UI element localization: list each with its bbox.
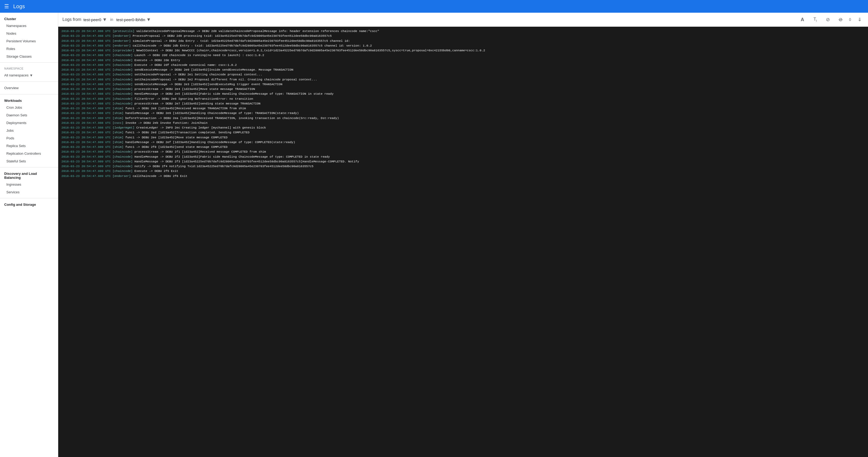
sidebar-overview[interactable]: Overview xyxy=(0,84,58,92)
text-format-icon: A xyxy=(801,17,804,23)
logs-from-label: Logs from xyxy=(62,17,81,22)
log-line: 2018-03-23 20:54:47.989 UTC [endorser] c… xyxy=(61,174,865,178)
container-dropdown-icon: ▼ xyxy=(146,17,151,23)
scroll-top-button[interactable]: ⊘ xyxy=(824,15,832,24)
log-line: 2018-03-23 20:54:47.988 UTC [chaincode] … xyxy=(61,53,865,57)
log-line: 2018-03-23 20:54:47.988 UTC [chaincode] … xyxy=(61,58,865,62)
log-line: 2018-03-23 20:54:47.988 UTC [ledgermgmt]… xyxy=(61,125,865,130)
log-line: 2018-03-23 20:54:47.989 UTC [chaincode] … xyxy=(61,169,865,173)
sidebar-item-daemon-sets[interactable]: Daemon Sets xyxy=(0,111,58,119)
pod-selector[interactable]: test-peer0 ▼ xyxy=(83,17,107,23)
log-line: 2018-03-23 20:54:47.988 UTC [chaincode] … xyxy=(61,77,865,82)
discovery-section-header: Discovery and Load Balancing xyxy=(0,169,58,181)
chevron-down-icon: ▾ xyxy=(30,73,32,78)
sidebar-divider-1 xyxy=(0,62,58,63)
in-label: in xyxy=(110,18,113,22)
pod-dropdown-icon: ▼ xyxy=(102,17,107,23)
log-line: 2018-03-23 20:54:47.989 UTC [chaincode] … xyxy=(61,159,865,164)
sidebar-item-storage-classes[interactable]: Storage Classes xyxy=(0,53,58,60)
log-line: 2018-03-23 20:54:47.988 UTC [shim] func1… xyxy=(61,106,865,110)
sidebar-item-nodes[interactable]: Nodes xyxy=(0,30,58,37)
log-line: 2018-03-23 20:54:47.989 UTC [chaincode] … xyxy=(61,164,865,168)
sidebar-divider-4 xyxy=(0,167,58,167)
sidebar-item-replication-controllers[interactable]: Replication Controllers xyxy=(0,150,58,157)
log-line: 2018-03-23 20:54:47.988 UTC [chaincode] … xyxy=(61,82,865,87)
log-line: 2018-03-23 20:54:47.988 UTC [ccprovider]… xyxy=(61,48,865,53)
workloads-section-header: Workloads xyxy=(0,97,58,104)
log-line: 2018-03-23 20:54:47.988 UTC [cscc] Invok… xyxy=(61,121,865,125)
log-line: 2018-03-23 20:54:47.989 UTC [shim] func1… xyxy=(61,130,865,135)
cluster-section-header: Cluster xyxy=(0,15,58,22)
text-size-icon: Tt xyxy=(813,17,817,22)
container-selector[interactable]: test-peer0-lbh8n ▼ xyxy=(116,17,151,23)
sidebar-item-services[interactable]: Services xyxy=(0,188,58,196)
sidebar-item-persistent-volumes[interactable]: Persistent Volumes xyxy=(0,37,58,45)
text-format-button[interactable]: A xyxy=(798,15,807,24)
sidebar-item-jobs[interactable]: Jobs xyxy=(0,127,58,134)
log-line: 2018-03-23 20:54:47.988 UTC [protoutils]… xyxy=(61,29,865,33)
sidebar-item-roles[interactable]: Roles xyxy=(0,45,58,53)
download-icon: ⇓ xyxy=(858,17,862,23)
menu-icon[interactable]: ☰ xyxy=(4,3,9,9)
namespace-label: Namespace xyxy=(0,65,58,71)
sidebar-item-namespaces[interactable]: Namespaces xyxy=(0,22,58,30)
sidebar-item-deployments[interactable]: Deployments xyxy=(0,119,58,127)
log-line: 2018-03-23 20:54:47.989 UTC [chaincode] … xyxy=(61,150,865,154)
log-line: 2018-03-23 20:54:47.988 UTC [chaincode] … xyxy=(61,87,865,91)
config-section-header: Config and Storage xyxy=(0,200,58,207)
scroll-bottom-button[interactable]: ⊘ xyxy=(836,15,845,24)
log-count: 0 xyxy=(849,18,851,22)
sidebar-divider-2 xyxy=(0,81,58,82)
log-line: 2018-03-23 20:54:47.989 UTC [shim] func1… xyxy=(61,135,865,140)
topbar: ☰ Logs xyxy=(0,0,868,13)
container-name: test-peer0-lbh8n xyxy=(116,18,145,22)
download-button[interactable]: ⇓ xyxy=(855,15,864,24)
main-layout: Cluster Namespaces Nodes Persistent Volu… xyxy=(0,13,868,457)
log-line: 2018-03-23 20:54:47.988 UTC [shim] befor… xyxy=(61,116,865,120)
namespace-value: All namespaces xyxy=(4,73,29,77)
sidebar: Cluster Namespaces Nodes Persistent Volu… xyxy=(0,13,58,457)
sidebar-item-ingresses[interactable]: Ingresses xyxy=(0,181,58,188)
logs-toolbar: Logs from test-peer0 ▼ in test-peer0-lbh… xyxy=(58,13,868,27)
sidebar-divider-5 xyxy=(0,198,58,198)
content-area: Logs from test-peer0 ▼ in test-peer0-lbh… xyxy=(58,13,868,457)
pod-name: test-peer0 xyxy=(83,18,101,22)
log-line: 2018-03-23 20:54:47.988 UTC [chaincode] … xyxy=(61,97,865,101)
log-line: 2018-03-23 20:54:47.988 UTC [endorser] P… xyxy=(61,34,865,38)
sidebar-item-pods[interactable]: Pods xyxy=(0,134,58,142)
log-line: 2018-03-23 20:54:47.989 UTC [shim] func1… xyxy=(61,145,865,149)
log-line: 2018-03-23 20:54:47.988 UTC [chaincode] … xyxy=(61,63,865,67)
text-size-button[interactable]: Tt xyxy=(811,15,819,24)
log-line: 2018-03-23 20:54:47.988 UTC [shim] handl… xyxy=(61,111,865,115)
scroll-top-icon: ⊘ xyxy=(826,17,830,23)
log-line: 2018-03-23 20:54:47.988 UTC [chaincode] … xyxy=(61,67,865,72)
log-line: 2018-03-23 20:54:47.988 UTC [chaincode] … xyxy=(61,92,865,96)
sidebar-item-stateful-sets[interactable]: Stateful Sets xyxy=(0,157,58,165)
log-content-area[interactable]: 2018-03-23 20:54:47.988 UTC [protoutils]… xyxy=(58,27,868,457)
scroll-bottom-icon: ⊘ xyxy=(839,17,843,23)
log-line: 2018-03-23 20:54:47.989 UTC [shim] handl… xyxy=(61,140,865,144)
log-line: 2018-03-23 20:54:47.989 UTC [chaincode] … xyxy=(61,155,865,159)
toolbar-actions: A Tt ⊘ ⊘ 0 ⇓ xyxy=(798,15,864,24)
log-line: 2018-03-23 20:54:47.988 UTC [endorser] s… xyxy=(61,39,865,43)
sidebar-item-cron-jobs[interactable]: Cron Jobs xyxy=(0,104,58,111)
log-line: 2018-03-23 20:54:47.988 UTC [endorser] c… xyxy=(61,43,865,48)
log-line: 2018-03-23 20:54:47.988 UTC [chaincode] … xyxy=(61,101,865,106)
namespace-selector[interactable]: All namespaces ▾ xyxy=(0,71,58,79)
sidebar-item-replica-sets[interactable]: Replica Sets xyxy=(0,142,58,150)
log-line: 2018-03-23 20:54:47.988 UTC [chaincode] … xyxy=(61,72,865,77)
app-title: Logs xyxy=(13,3,25,9)
